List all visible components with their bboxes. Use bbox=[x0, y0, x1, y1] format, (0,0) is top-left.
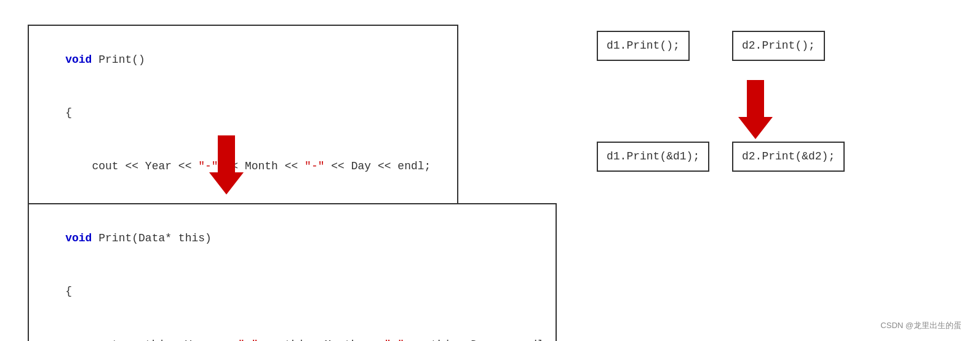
right-bottom-right-box: d2.Print(&d2); bbox=[732, 142, 845, 172]
right-top-left-box: d1.Print(); bbox=[597, 31, 690, 61]
right-bottom-left-text: d1.Print(&d1); bbox=[607, 150, 699, 162]
bottom-keyword-void: void bbox=[65, 232, 92, 244]
arrow-down-right bbox=[738, 80, 773, 139]
right-top-right-box: d2.Print(); bbox=[732, 31, 825, 61]
arrow-down-left bbox=[209, 135, 244, 195]
arrow-head-right bbox=[738, 117, 773, 139]
code-line-1: void Print() bbox=[39, 33, 447, 86]
watermark: CSDN @龙里出生的蛋 bbox=[880, 320, 962, 331]
right-bottom-left-box: d1.Print(&d1); bbox=[597, 142, 709, 172]
bottom-code-box: void Print(Data* this) { cout << this->Y… bbox=[28, 203, 557, 341]
arrow-shaft-left bbox=[218, 135, 235, 172]
bottom-code-line-1: void Print(Data* this) bbox=[39, 212, 546, 265]
right-top-left-text: d1.Print(); bbox=[607, 39, 680, 52]
right-top-right-text: d2.Print(); bbox=[742, 39, 815, 52]
bottom-code-line-2: { bbox=[39, 265, 546, 318]
arrow-shaft-right bbox=[747, 80, 764, 117]
bottom-code-line-3: cout << this->Year << "-" << this->Month… bbox=[39, 318, 546, 341]
right-bottom-right-text: d2.Print(&d2); bbox=[742, 150, 835, 162]
code-line-2: { bbox=[39, 86, 447, 139]
arrow-head-left bbox=[209, 172, 244, 195]
keyword-void: void bbox=[65, 54, 92, 66]
